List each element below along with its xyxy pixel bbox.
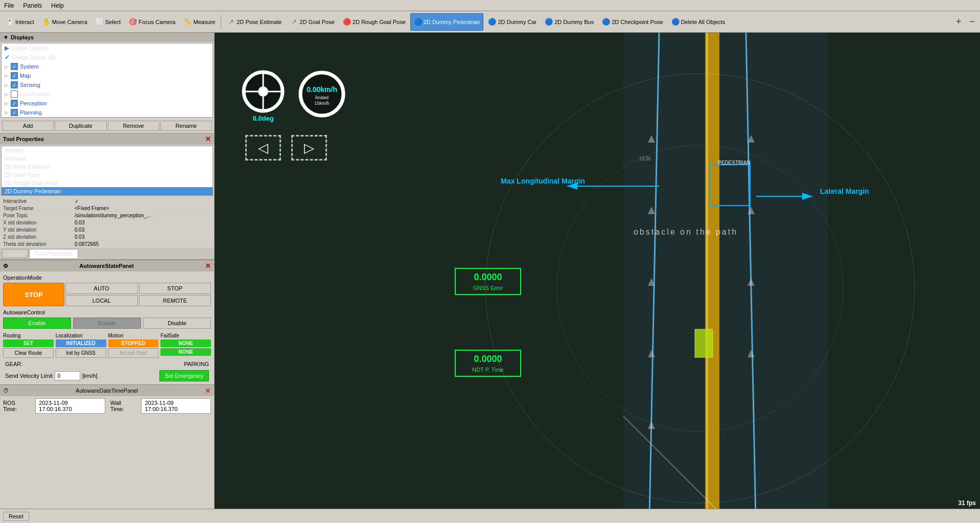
stop-button[interactable]: STOP bbox=[3, 283, 64, 306]
tool-item-pose-estimate[interactable]: 2D Pose Estimate bbox=[2, 163, 213, 171]
datetime-close-button[interactable]: ✕ bbox=[205, 386, 211, 395]
tool-properties-header[interactable]: Tool Properties ✕ bbox=[0, 133, 214, 145]
remote-button[interactable]: REMOTE bbox=[139, 295, 212, 306]
tab-tool-properties[interactable]: Tool Properties bbox=[29, 249, 78, 258]
pose-estimate-tool[interactable]: ↗ 2D Pose Estimate bbox=[223, 13, 285, 31]
init-gnss-button[interactable]: Init by GNSS bbox=[56, 348, 106, 358]
delete-all-tool[interactable]: 🔵 Delete All Objects bbox=[668, 13, 729, 31]
displays-buttons-row: Add Duplicate Remove Rename bbox=[0, 119, 214, 133]
display-system-check[interactable]: ✓ bbox=[11, 63, 18, 70]
svg-point-36 bbox=[300, 73, 343, 116]
measure-tool[interactable]: 📏 Measure bbox=[180, 13, 219, 31]
reset-button[interactable]: Reset bbox=[3, 512, 29, 521]
gear-row: GEAR: PARKING bbox=[3, 361, 211, 367]
tool-item-interact[interactable]: Interact bbox=[2, 146, 213, 154]
goal-pose-tool[interactable]: ↗ 2D Goal Pose bbox=[286, 13, 338, 31]
svg-text:obstacle  on  the  path: obstacle on the path bbox=[634, 228, 738, 236]
display-plan-check[interactable]: ✓ bbox=[11, 109, 18, 116]
displays-section: ▼ Displays ▶ Global Options ✔ Global Sta… bbox=[0, 33, 214, 133]
remove-button[interactable]: Remove bbox=[108, 121, 159, 131]
rename-button[interactable]: Rename bbox=[160, 121, 212, 131]
stop-button-2[interactable]: STOP bbox=[139, 283, 212, 294]
menu-panels[interactable]: Panels bbox=[21, 2, 44, 9]
display-system-arrow: ▶ bbox=[5, 63, 9, 70]
interact-tool[interactable]: 🖱️ Interact bbox=[2, 13, 38, 31]
rough-goal-pose-tool[interactable]: 🔴 2D Rough Goal Pose bbox=[339, 13, 409, 31]
tool-properties-list[interactable]: Interact Measure 2D Pose Estimate 2D Goa… bbox=[1, 146, 213, 196]
checkpoint-pose-tool[interactable]: 🔵 2D Checkpoint Pose bbox=[598, 13, 666, 31]
pose-estimate-label: 2D Pose Estimate bbox=[237, 19, 282, 25]
tool-properties-title: Tool Properties bbox=[3, 136, 44, 142]
viewport[interactable]: Max Longitudinal Margin Lateral Margin o… bbox=[215, 33, 980, 509]
display-system[interactable]: ▶ ✓ System bbox=[2, 62, 213, 71]
local-button[interactable]: LOCAL bbox=[65, 295, 138, 306]
accept-start-button[interactable]: Accept Start bbox=[108, 348, 159, 358]
tool-item-measure[interactable]: Measure bbox=[2, 154, 213, 163]
prop-key-pose-topic: Pose Topic bbox=[3, 213, 75, 218]
steering-value: 0.0deg bbox=[240, 115, 286, 122]
prop-target-frame: Target Frame <Fixed Frame> bbox=[1, 205, 213, 212]
zoom-in-button[interactable]: + bbox=[953, 15, 965, 28]
set-emergency-button[interactable]: Set Emergency bbox=[159, 370, 209, 381]
prop-key-theta-std: Theta std deviation bbox=[3, 241, 75, 247]
steering-hud: 0.0deg bbox=[240, 69, 286, 122]
display-global-options[interactable]: ▶ Global Options bbox=[2, 43, 213, 53]
display-global-status[interactable]: ✔ Global Status: Ok bbox=[2, 53, 213, 62]
svg-text:Lateral Margin: Lateral Margin bbox=[820, 187, 869, 195]
auto-button[interactable]: AUTO bbox=[65, 283, 138, 294]
tool-properties-section: Tool Properties ✕ Interact Measure 2D Po… bbox=[0, 133, 214, 260]
display-item-label: Global Options bbox=[11, 45, 49, 51]
tool-item-rough-goal[interactable]: 2D Rough Goal Pose bbox=[2, 179, 213, 187]
prop-val-target: <Fixed Frame> bbox=[75, 206, 211, 211]
dummy-bus-tool[interactable]: 🔵 2D Dummy Bus bbox=[541, 13, 597, 31]
menu-bar: File Panels Help bbox=[0, 0, 980, 11]
display-localization[interactable]: ▶ Localization bbox=[2, 89, 213, 99]
display-perc-check[interactable]: ✓ bbox=[11, 100, 18, 107]
tool-item-dummy-pedestrian[interactable]: 2D Dummy Pedestrian bbox=[2, 187, 213, 195]
displays-header[interactable]: ▼ Displays bbox=[0, 33, 214, 42]
dummy-bus-icon: 🔵 bbox=[545, 18, 553, 26]
display-sensing-arrow: ▶ bbox=[5, 82, 9, 88]
focus-camera-tool[interactable]: 🎯 Focus Camera bbox=[125, 13, 179, 31]
aw-enable-button[interactable]: Enable bbox=[3, 317, 71, 329]
display-map-arrow: ▶ bbox=[5, 73, 9, 79]
display-loc-check[interactable] bbox=[11, 90, 18, 98]
prop-z-std: Z std deviation 0.03 bbox=[1, 234, 213, 241]
add-button[interactable]: Add bbox=[2, 121, 54, 131]
move-camera-tool[interactable]: ✋ Move Camera bbox=[39, 13, 91, 31]
routing-label: Routing bbox=[3, 333, 54, 338]
dummy-pedestrian-tool[interactable]: 🔵 2D Dummy Pedestrian bbox=[410, 13, 484, 31]
tool-properties-close-button[interactable]: ✕ bbox=[205, 135, 211, 143]
display-map-check[interactable]: ✓ bbox=[11, 72, 18, 79]
datetime-header[interactable]: ⏱ AutowareDateTimePanel ✕ bbox=[0, 385, 214, 396]
ndt-value: 0.0000 bbox=[459, 354, 517, 365]
menu-file[interactable]: File bbox=[2, 2, 16, 9]
prop-val-z-std: 0.03 bbox=[75, 234, 211, 240]
display-sensing[interactable]: ▶ ✓ Sensing bbox=[2, 80, 213, 89]
aw-enable-button-2[interactable]: Enable bbox=[73, 317, 141, 329]
zoom-out-button[interactable]: − bbox=[966, 15, 978, 28]
clear-route-button[interactable]: Clear Route bbox=[3, 348, 54, 358]
menu-help[interactable]: Help bbox=[49, 2, 66, 9]
prop-val-x-std: 0.03 bbox=[75, 220, 211, 225]
duplicate-button[interactable]: Duplicate bbox=[55, 121, 106, 131]
displays-list[interactable]: ▶ Global Options ✔ Global Status: Ok ▶ ✓… bbox=[1, 43, 213, 118]
tool-item-goal-pose[interactable]: 2D Goal Pose bbox=[2, 171, 213, 179]
displays-title: Displays bbox=[11, 34, 34, 40]
velocity-input[interactable] bbox=[55, 371, 80, 380]
select-tool[interactable]: ⬜ Select bbox=[92, 13, 125, 31]
display-perception[interactable]: ▶ ✓ Perception bbox=[2, 99, 213, 108]
dummy-car-tool[interactable]: 🔵 2D Dummy Car bbox=[484, 13, 540, 31]
prop-key-y-std: Y std deviation bbox=[3, 227, 75, 233]
ros-time-label: ROS Time: bbox=[3, 400, 30, 412]
autoware-state-header[interactable]: ⚙ AutowareStatePanel ✕ bbox=[0, 260, 214, 271]
autoware-panel-close-button[interactable]: ✕ bbox=[205, 262, 211, 270]
global-options-icon: ▶ bbox=[5, 44, 9, 52]
display-planning[interactable]: ▶ ✓ Planning bbox=[2, 108, 213, 117]
aw-disable-button[interactable]: Disable bbox=[143, 317, 211, 329]
display-sensing-check[interactable]: ✓ bbox=[11, 81, 18, 88]
move-camera-label: Move Camera bbox=[52, 19, 87, 25]
dummy-car-label: 2D Dummy Car bbox=[498, 19, 536, 25]
display-map[interactable]: ▶ ✓ Map bbox=[2, 71, 213, 80]
tab-views[interactable]: Views bbox=[2, 249, 28, 258]
